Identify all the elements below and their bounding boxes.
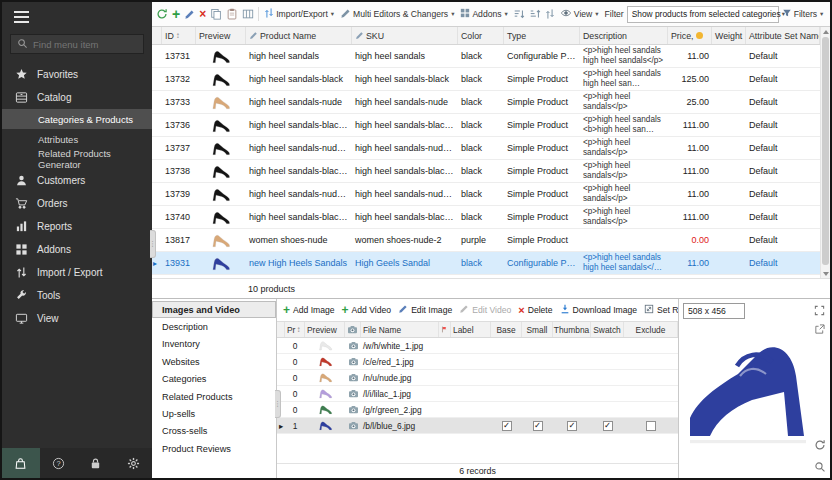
edit-image-button[interactable]: Edit Image <box>398 304 452 316</box>
product-row-13931[interactable]: ▸13931new High Heels SandalsHigh Geels S… <box>152 252 820 275</box>
sidebar-item-tools[interactable]: Tools <box>2 284 152 307</box>
help-icon[interactable]: ? <box>40 448 78 478</box>
column-header-color[interactable]: Color <box>458 27 504 44</box>
tab-inventory[interactable]: Inventory <box>152 336 276 353</box>
sidebar-item-related-products-generator[interactable]: Related Products Generator <box>2 149 152 169</box>
import-export-menu[interactable]: Import/Export▾ <box>261 6 337 22</box>
tab-cross-sells[interactable]: Cross-sells <box>152 423 276 440</box>
column-header-attribute-set[interactable]: Attribute Set Name <box>746 27 820 44</box>
fullscreen-icon[interactable] <box>812 303 827 318</box>
zoom-icon[interactable] <box>812 459 827 474</box>
add-image-button[interactable]: +Add Image <box>283 305 335 315</box>
columns-button[interactable] <box>240 7 256 21</box>
product-row-13732[interactable]: 13732high heel sandals-blackhigh heel sa… <box>152 68 820 91</box>
sidebar-item-reports[interactable]: Reports <box>2 215 152 238</box>
sidebar-search[interactable] <box>10 34 144 54</box>
column-header-preview[interactable]: Preview <box>305 322 345 337</box>
column-header-id[interactable]: ID↕ <box>162 27 196 44</box>
column-header-sku[interactable]: SKU <box>352 27 458 44</box>
scrollbar-thumb[interactable] <box>822 37 829 265</box>
tab-images-and-video[interactable]: Images and Video <box>152 301 276 318</box>
column-header-label[interactable]: Label <box>451 322 491 337</box>
product-row-13817[interactable]: 13817women shoes-nudewomen shoes-nude-2p… <box>152 229 820 252</box>
addons-menu[interactable]: Addons▾ <box>457 7 510 21</box>
product-row-13737[interactable]: 13737high heel sandals-nude-36high heel … <box>152 137 820 160</box>
column-header-priority[interactable]: Pr↕ <box>285 322 305 337</box>
category-filter-select[interactable]: Show products from selected categories▾ <box>627 6 779 23</box>
sort-desc-icon[interactable] <box>527 7 543 21</box>
column-header-camera[interactable] <box>345 322 361 337</box>
sidebar-item-attributes[interactable]: Attributes <box>2 129 152 149</box>
sort-asc-icon[interactable] <box>511 7 527 21</box>
column-header-flag[interactable] <box>439 322 451 337</box>
download-image-button[interactable]: Download Image <box>560 304 638 316</box>
paste-button[interactable] <box>224 7 240 21</box>
copy-button[interactable] <box>208 7 224 21</box>
small-checkbox[interactable]: ✓ <box>533 421 543 431</box>
sidebar-item-favorites[interactable]: Favorites <box>2 63 152 86</box>
tab-websites[interactable]: Websites <box>152 353 276 370</box>
resize-dimensions-input[interactable] <box>683 303 745 319</box>
column-header-preview[interactable]: Preview <box>196 27 246 44</box>
tab-categories[interactable]: Categories <box>152 371 276 388</box>
scroll-down-arrow[interactable] <box>821 269 830 278</box>
column-header-swatch[interactable]: Swatch <box>591 322 624 337</box>
grid-scrollbar[interactable] <box>820 27 830 278</box>
column-header-base[interactable]: Base <box>491 322 522 337</box>
edit-product-button[interactable] <box>182 8 197 21</box>
sidebar-item-import-export[interactable]: Import / Export <box>2 261 152 284</box>
tab-up-sells[interactable]: Up-sells <box>152 405 276 422</box>
column-header-description[interactable]: Description <box>580 27 668 44</box>
column-header-file-name[interactable]: File Name <box>361 322 439 337</box>
base-checkbox[interactable]: ✓ <box>502 421 512 431</box>
image-row-l-i-lilac-1-jpg[interactable]: 0/l/i/lilac_1.jpg <box>277 386 678 402</box>
image-row-w-h-white-1-jpg[interactable]: 0/w/h/white_1.jpg <box>277 338 678 354</box>
product-row-13739[interactable]: 13739high heel sandals-nude-37high heel … <box>152 183 820 206</box>
product-row-13733[interactable]: 13733high heel sandals-nudehigh heel san… <box>152 91 820 114</box>
filters-menu[interactable]: Filters▾ <box>779 7 827 21</box>
column-header-price[interactable]: Price, <box>668 27 712 44</box>
column-header-exclude[interactable]: Exclude <box>624 322 678 337</box>
product-row-13738[interactable]: 13738high heel sandals-black-37high heel… <box>152 160 820 183</box>
product-row-13736[interactable]: 13736high heel sandals-black-36high heel… <box>152 114 820 137</box>
view-menu[interactable]: View▾ <box>557 7 602 21</box>
sidebar-item-categories-products[interactable]: Categories & Products <box>2 109 152 129</box>
reorder-icon[interactable] <box>543 7 557 21</box>
add-video-button[interactable]: +Add Video <box>342 305 392 315</box>
product-row-13731[interactable]: 13731high heel sandalshigh heel sandalsb… <box>152 45 820 68</box>
scroll-up-arrow[interactable] <box>821 27 830 36</box>
edit-video-button[interactable]: Edit Video <box>459 304 511 316</box>
exclude-checkbox[interactable] <box>646 421 656 431</box>
image-row-b-l-blue-6-jpg[interactable]: ▸1/b/l/blue_6.jpg✓✓✓✓ <box>277 418 678 434</box>
image-row-g-r-green-2-jpg[interactable]: 0/g/r/green_2.jpg <box>277 402 678 418</box>
sidebar-item-customers[interactable]: Customers <box>2 169 152 192</box>
gear-icon[interactable] <box>115 448 153 478</box>
product-row-13740[interactable]: 13740high heel sandals-black-38high heel… <box>152 206 820 229</box>
store-icon[interactable] <box>2 448 40 478</box>
search-input[interactable] <box>33 39 137 50</box>
column-header-weight[interactable]: Weight <box>712 27 746 44</box>
column-header-thumbnail[interactable]: Thumbna <box>553 322 591 337</box>
thumbnail-checkbox[interactable]: ✓ <box>567 421 577 431</box>
add-product-button[interactable]: + <box>170 8 182 20</box>
lock-icon[interactable] <box>77 448 115 478</box>
swatch-checkbox[interactable]: ✓ <box>603 421 613 431</box>
delete-image-button[interactable]: ×Delete <box>518 305 552 315</box>
tab-product-reviews[interactable]: Product Reviews <box>152 440 276 457</box>
tabs-splitter-handle[interactable]: ⋮ <box>275 390 281 418</box>
image-row-n-u-nude-jpg[interactable]: 0/n/u/nude.jpg <box>277 370 678 386</box>
multi-editors-menu[interactable]: Multi Editors & Changers▾ <box>337 7 457 22</box>
tab-related-products[interactable]: Related Products <box>152 388 276 405</box>
column-header-product-name[interactable]: Product Name <box>246 27 352 44</box>
image-row-c-e-red-1-jpg[interactable]: 0/c/e/red_1.jpg <box>277 354 678 370</box>
set-resize-rule-button[interactable]: Set Resize Rule <box>644 304 678 316</box>
sidebar-item-addons[interactable]: Addons <box>2 238 152 261</box>
column-header-type[interactable]: Type <box>504 27 580 44</box>
refresh-button[interactable] <box>154 7 170 21</box>
menu-icon[interactable] <box>2 2 152 31</box>
delete-product-button[interactable]: × <box>197 8 208 20</box>
external-link-icon[interactable] <box>812 322 827 337</box>
sidebar-splitter-handle[interactable]: ⋮ <box>150 230 156 258</box>
sidebar-item-catalog[interactable]: Catalog <box>2 86 152 109</box>
column-header-small[interactable]: Small <box>522 322 553 337</box>
